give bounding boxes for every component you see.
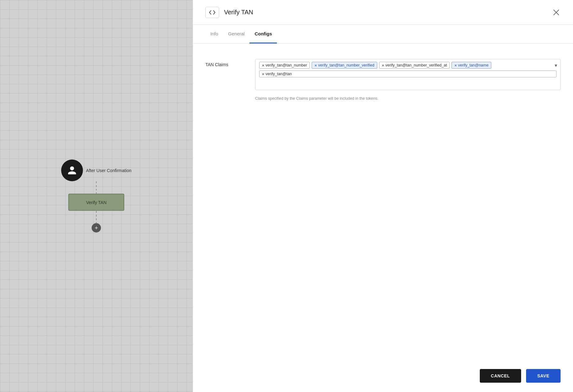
code-icon bbox=[209, 10, 215, 15]
claims-tags-container: × verify_tan@tan_number × verify_tan@tan… bbox=[259, 62, 557, 77]
flow-node-user-circle bbox=[61, 160, 83, 181]
flow-connector-bottom bbox=[96, 211, 97, 223]
save-button[interactable]: SAVE bbox=[526, 369, 561, 383]
tag-remove-icon[interactable]: × bbox=[314, 63, 317, 67]
claims-help-text: Claims specified by the Claims parameter… bbox=[255, 96, 561, 101]
panel-content: TAN Claims × verify_tan@tan_number × ver… bbox=[193, 43, 573, 360]
flow-diagram: After User Confirmation Verify TAN + bbox=[61, 160, 131, 233]
tan-claims-label: TAN Claims bbox=[205, 59, 243, 67]
tab-info[interactable]: Info bbox=[205, 25, 223, 43]
panel-header: Verify TAN bbox=[193, 0, 573, 25]
panel-footer: CANCEL SAVE bbox=[193, 360, 573, 392]
flow-connector-top bbox=[96, 181, 97, 194]
tag-remove-icon[interactable]: × bbox=[262, 63, 264, 67]
flow-add-button[interactable]: + bbox=[92, 223, 101, 233]
tab-configs[interactable]: Configs bbox=[250, 25, 277, 43]
tan-claims-row: TAN Claims × verify_tan@tan_number × ver… bbox=[205, 59, 561, 90]
flow-node-rect[interactable]: Verify TAN bbox=[68, 194, 124, 211]
tag-remove-icon[interactable]: × bbox=[454, 63, 457, 67]
flow-node-user-row: After User Confirmation bbox=[61, 160, 131, 181]
tag-verify-tan-tan[interactable]: × verify_tan@tan bbox=[259, 71, 557, 77]
claims-dropdown-arrow[interactable]: ▾ bbox=[555, 62, 557, 68]
cancel-button[interactable]: CANCEL bbox=[480, 369, 521, 383]
code-icon-button[interactable] bbox=[205, 7, 219, 18]
flow-node-user-label: After User Confirmation bbox=[86, 168, 131, 173]
tag-verify-tan-number[interactable]: × verify_tan@tan_number bbox=[259, 62, 310, 69]
tag-remove-icon[interactable]: × bbox=[262, 72, 264, 76]
person-icon bbox=[67, 166, 77, 175]
tag-verify-tan-number-verified-at[interactable]: × verify_tan@tan_number_verified_at bbox=[379, 62, 450, 69]
flow-node-rect-label: Verify TAN bbox=[86, 200, 107, 205]
canvas-background: After User Confirmation Verify TAN + bbox=[0, 0, 193, 392]
claims-field[interactable]: × verify_tan@tan_number × verify_tan@tan… bbox=[255, 59, 561, 90]
panel-title: Verify TAN bbox=[224, 9, 253, 16]
close-icon bbox=[553, 9, 559, 16]
panel-header-left: Verify TAN bbox=[205, 7, 253, 18]
close-button[interactable] bbox=[552, 8, 561, 17]
tabs-bar: Info General Configs bbox=[193, 25, 573, 43]
side-panel: Verify TAN Info General Configs TAN Clai… bbox=[193, 0, 573, 392]
tag-verify-tan-number-verified[interactable]: × verify_tan@tan_number_verified bbox=[312, 62, 377, 69]
tag-remove-icon[interactable]: × bbox=[382, 63, 384, 67]
tab-general[interactable]: General bbox=[223, 25, 250, 43]
tag-verify-tan-name[interactable]: × verify_tan@name bbox=[452, 62, 491, 69]
